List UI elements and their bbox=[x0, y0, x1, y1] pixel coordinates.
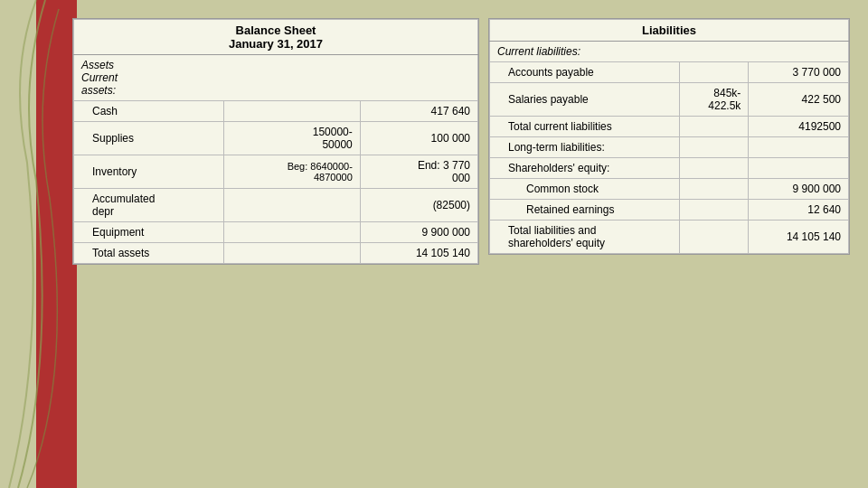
retained-earnings-amount: 12 640 bbox=[749, 200, 849, 221]
balance-sheet-title-line2: January 31, 2017 bbox=[229, 37, 323, 51]
equipment-col2 bbox=[224, 222, 361, 243]
accounts-payable-amount: 3 770 000 bbox=[749, 62, 849, 83]
current-assets-label: assets: bbox=[81, 84, 116, 97]
current-liabilities-section: Current liabilities: bbox=[490, 42, 849, 62]
table-row: Supplies 150000- 50000 100 000 bbox=[74, 122, 478, 155]
table-row: Accumulated depr (82500) bbox=[74, 189, 478, 222]
total-liabilities-shareholders-amount: 14 105 140 bbox=[749, 221, 849, 254]
salaries-payable-amount: 422 500 bbox=[749, 83, 849, 117]
total-assets-col2 bbox=[224, 243, 361, 264]
common-stock-col2 bbox=[680, 179, 749, 200]
total-current-liabilities-label: Total current liabilities bbox=[490, 117, 680, 137]
inventory-amount: End: 3 770 000 bbox=[360, 155, 477, 189]
balance-sheet-title-line1: Balance Sheet bbox=[236, 23, 316, 37]
cash-col2 bbox=[224, 101, 361, 122]
accounts-payable-col2 bbox=[680, 62, 749, 83]
supplies-amount: 100 000 bbox=[360, 122, 477, 155]
shareholders-equity-amount bbox=[749, 158, 849, 179]
table-row: Inventory Beg: 8640000- 4870000 End: 3 7… bbox=[74, 155, 478, 189]
inventory-label: Inventory bbox=[74, 155, 224, 189]
table-row: Total current liabilities 4192500 bbox=[490, 117, 849, 137]
long-term-liabilities-amount bbox=[749, 137, 849, 158]
retained-earnings-col2 bbox=[680, 200, 749, 221]
table-row: Shareholders' equity: bbox=[490, 158, 849, 179]
cash-amount: 417 640 bbox=[360, 101, 477, 122]
accum-depr-amount: (82500) bbox=[360, 189, 477, 222]
accounts-payable-label: Accounts payable bbox=[490, 62, 680, 83]
accum-depr-col2 bbox=[224, 189, 361, 222]
table-row: Cash 417 640 bbox=[74, 101, 478, 122]
total-assets-label: Total assets bbox=[74, 243, 224, 264]
retained-earnings-label: Retained earnings bbox=[490, 200, 680, 221]
table-row: Equipment 9 900 000 bbox=[74, 222, 478, 243]
shareholders-equity-col2 bbox=[680, 158, 749, 179]
table-row: Long-term liabilities: bbox=[490, 137, 849, 158]
salaries-payable-col2: 845k- 422.5k bbox=[680, 83, 749, 117]
right-panel-liabilities: Liabilities Current liabilities: Account… bbox=[488, 18, 850, 255]
long-term-liabilities-col2 bbox=[680, 137, 749, 158]
shareholders-equity-label: Shareholders' equity: bbox=[490, 158, 680, 179]
current-label: Current bbox=[81, 71, 118, 84]
table-row: Retained earnings 12 640 bbox=[490, 200, 849, 221]
salaries-payable-label: Salaries payable bbox=[490, 83, 680, 117]
assets-label: Assets bbox=[81, 59, 114, 71]
accum-depr-label: Accumulated depr bbox=[74, 189, 224, 222]
total-current-liabilities-col2 bbox=[680, 117, 749, 137]
assets-section-row: Assets Current assets: bbox=[74, 55, 478, 101]
total-current-liabilities-amount: 4192500 bbox=[749, 117, 849, 137]
equipment-amount: 9 900 000 bbox=[360, 222, 477, 243]
cash-label: Cash bbox=[74, 101, 224, 122]
liabilities-title: Liabilities bbox=[642, 23, 696, 37]
supplies-label: Supplies bbox=[74, 122, 224, 155]
table-row: Accounts payable 3 770 000 bbox=[490, 62, 849, 83]
current-liabilities-label: Current liabilities: bbox=[497, 45, 580, 58]
table-row: Common stock 9 900 000 bbox=[490, 179, 849, 200]
common-stock-label: Common stock bbox=[490, 179, 680, 200]
left-panel-balance-sheet: Balance Sheet January 31, 2017 Assets Cu… bbox=[72, 18, 479, 265]
balance-sheet-header: Balance Sheet January 31, 2017 bbox=[74, 20, 478, 55]
long-term-liabilities-label: Long-term liabilities: bbox=[490, 137, 680, 158]
table-row: Total assets 14 105 140 bbox=[74, 243, 478, 264]
inventory-col2: Beg: 8640000- 4870000 bbox=[224, 155, 361, 189]
liabilities-header: Liabilities bbox=[490, 20, 849, 42]
total-assets-amount: 14 105 140 bbox=[360, 243, 477, 264]
supplies-col2: 150000- 50000 bbox=[224, 122, 361, 155]
common-stock-amount: 9 900 000 bbox=[749, 179, 849, 200]
total-liabilities-shareholders-label: Total liabilities and shareholders' equi… bbox=[490, 221, 680, 254]
total-liabilities-shareholders-col2 bbox=[680, 221, 749, 254]
equipment-label: Equipment bbox=[74, 222, 224, 243]
table-row: Total liabilities and shareholders' equi… bbox=[490, 221, 849, 254]
table-row: Salaries payable 845k- 422.5k 422 500 bbox=[490, 83, 849, 117]
